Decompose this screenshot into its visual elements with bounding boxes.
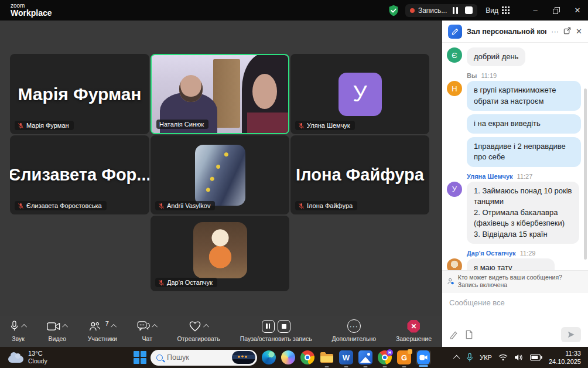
- windows-taskbar: 13°C Cloudy Пошук W H G: [0, 347, 588, 368]
- language-indicator[interactable]: УКР: [480, 354, 492, 361]
- sender-name: Уляна Шемчук: [467, 173, 513, 180]
- taskbar-zoom-icon-active[interactable]: [416, 350, 431, 365]
- video-options-chevron[interactable]: [62, 324, 68, 330]
- restore-button[interactable]: [546, 0, 567, 21]
- chat-close-button[interactable]: ✕: [576, 27, 582, 36]
- letter-avatar: У: [339, 73, 382, 116]
- video-button[interactable]: Видео: [47, 319, 68, 342]
- message-time: 11:29: [520, 250, 536, 257]
- participant-name-label: Ілона Файфура: [307, 202, 353, 209]
- cat-avatar: [447, 258, 462, 270]
- pause-record-label: Пауза/остановить запись: [240, 335, 312, 342]
- sender-name: Вы: [467, 72, 477, 79]
- volume-icon[interactable]: [514, 354, 524, 361]
- chat-button[interactable]: Чат: [137, 319, 158, 342]
- mic-muted-icon: [18, 122, 24, 129]
- chat-more-button[interactable]: ···: [551, 27, 559, 36]
- avatar: Є: [447, 47, 462, 63]
- taskbar-weather-widget[interactable]: 13°C Cloudy: [8, 350, 47, 365]
- participant-name-pill: Ілона Файфура: [295, 201, 357, 210]
- wifi-icon[interactable]: [498, 354, 508, 361]
- close-button[interactable]: ✕: [567, 0, 588, 21]
- chat-message-input[interactable]: Сообщение все: [449, 298, 581, 327]
- minimize-button[interactable]: –: [525, 0, 546, 21]
- more-button[interactable]: ··· Дополнительно: [331, 319, 376, 342]
- system-tray: УКР 11:33 24.10.2025: [455, 349, 588, 366]
- send-message-button[interactable]: [561, 327, 581, 342]
- taskbar-edge-icon[interactable]: [261, 350, 276, 365]
- participants-options-chevron[interactable]: [111, 324, 117, 330]
- participant-tile-daria[interactable]: Дар'я Остапчук: [151, 216, 289, 291]
- tray-date: 24.10.2025: [549, 357, 581, 366]
- meeting-toolbar: Звук Видео 7 Участники: [0, 316, 442, 347]
- mic-muted-icon: [298, 122, 305, 129]
- taskbar-chrome-profile-icon[interactable]: H: [377, 350, 392, 365]
- more-label: Дополнительно: [331, 335, 376, 342]
- chat-bubble: 1. Займаюсь понад 10 років танцями 2. От…: [467, 182, 579, 244]
- mic-icon: [9, 320, 19, 332]
- stop-recording-button[interactable]: [465, 6, 473, 14]
- participant-tile-natalia-active-speaker[interactable]: Наталія Синюк: [151, 54, 289, 134]
- weather-desc: Cloudy: [28, 357, 47, 365]
- pause-record-icon[interactable]: [262, 320, 275, 333]
- audio-button[interactable]: Звук: [9, 319, 27, 342]
- participant-name-label: Andrii Vasylkov: [167, 202, 210, 209]
- more-ellipsis-icon: ···: [347, 319, 361, 333]
- person-left-head: [179, 75, 203, 102]
- taskbar-clock[interactable]: 11:33 24.10.2025: [549, 349, 581, 366]
- participant-tile-ulyana[interactable]: У Уляна Шемчук: [290, 54, 429, 134]
- taskbar-chrome-icon[interactable]: [300, 350, 315, 365]
- participant-tile-andrii[interactable]: Andrii Vasylkov: [151, 135, 289, 214]
- participant-name-pill: Єлизавета Форостовська: [15, 201, 107, 210]
- chat-scrollbar[interactable]: [584, 88, 587, 260]
- taskbar-search[interactable]: Пошук: [151, 350, 257, 366]
- attach-file-icon[interactable]: [465, 330, 473, 339]
- participant-name-label: Уляна Шемчук: [307, 122, 350, 129]
- compose-icon[interactable]: [448, 25, 462, 39]
- chat-options-chevron[interactable]: [152, 324, 158, 330]
- start-button[interactable]: [134, 351, 146, 364]
- participant-tile-yelyzaveta[interactable]: Єлизавета Фор... Єлизавета Форостовська: [10, 135, 149, 214]
- chat-bubble: 1правдиве і 2 неправдиве про себе: [467, 137, 581, 167]
- chat-messages[interactable]: Є добрий день Вы 11:19 Н в групі картинк…: [442, 43, 588, 270]
- participant-tile-ilona[interactable]: Ілона Файфура Ілона Файфура: [290, 135, 429, 214]
- battery-icon[interactable]: [530, 354, 542, 361]
- participant-tile-maria[interactable]: Марія Фурман Марія Фурман: [10, 54, 149, 134]
- participant-name-label: Єлизавета Форостовська: [26, 202, 102, 209]
- mic-muted-icon: [298, 203, 305, 209]
- pause-recording-button[interactable]: [453, 7, 458, 14]
- chat-panel: Зал персональной конфер... ··· ✕ Є добри…: [442, 21, 588, 347]
- weather-temp: 13°C: [28, 350, 47, 357]
- pause-stop-record-button[interactable]: Пауза/остановить запись: [240, 319, 312, 342]
- tray-mic-icon[interactable]: [466, 353, 473, 362]
- taskbar-copilot-icon[interactable]: [281, 350, 296, 365]
- view-button[interactable]: Вид: [486, 6, 510, 15]
- taskbar-pdf-app-icon[interactable]: G: [396, 350, 412, 365]
- taskbar-file-explorer-icon[interactable]: [319, 350, 334, 365]
- message-time: 11:19: [481, 72, 497, 79]
- participant-name-label: Марія Фурман: [26, 122, 69, 129]
- zoom-workplace-logo: zoom Workplace: [11, 3, 52, 18]
- chat-popout-button[interactable]: [563, 27, 571, 36]
- taskbar-word-icon[interactable]: W: [339, 350, 354, 365]
- chat-bubble-icon: [137, 321, 150, 332]
- chat-bubble: в групі картинкиможете обрати за настроє…: [467, 81, 581, 111]
- stop-record-icon[interactable]: [278, 320, 290, 333]
- tray-overflow-chevron[interactable]: [453, 355, 460, 362]
- chat-bubble: я маю тату в мене є кіт я ненавиджу цибу…: [467, 258, 555, 270]
- search-highlight-image[interactable]: [232, 351, 255, 364]
- camera-icon: [47, 322, 60, 331]
- end-meeting-button[interactable]: ✕ Завершение: [396, 319, 432, 342]
- security-shield-icon[interactable]: [388, 5, 399, 16]
- participants-button[interactable]: 7 Участники: [88, 319, 117, 342]
- react-options-chevron[interactable]: [203, 324, 209, 330]
- taskbar-photos-icon[interactable]: [358, 350, 373, 365]
- chat-bubble: і на екран виведіть: [467, 114, 581, 133]
- format-text-icon[interactable]: [449, 330, 458, 339]
- title-bar: zoom Workplace Запись... Вид –: [0, 0, 588, 21]
- search-icon: [156, 355, 163, 361]
- participant-name-label: Дар'я Остапчук: [167, 279, 213, 286]
- audio-options-chevron[interactable]: [21, 324, 27, 330]
- recording-label: Запись...: [418, 6, 447, 15]
- react-button[interactable]: Отреагировать: [177, 319, 220, 342]
